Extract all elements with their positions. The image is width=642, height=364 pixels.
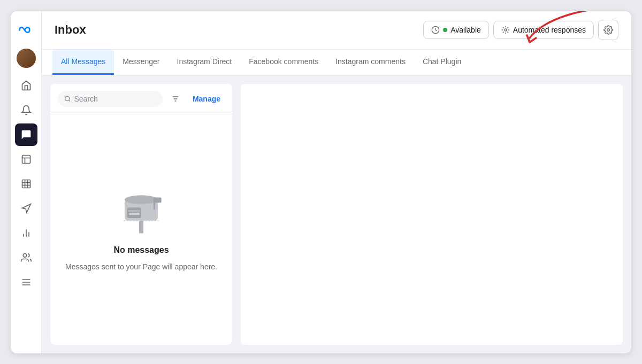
empty-subtitle: Messages sent to your Page will appear h… <box>65 261 217 273</box>
gear-icon <box>603 25 613 35</box>
available-button[interactable]: Available <box>423 21 489 39</box>
filter-icon <box>171 95 180 103</box>
available-dot <box>443 28 447 32</box>
sidebar-item-table[interactable] <box>15 173 37 195</box>
empty-title: No messages <box>113 245 169 255</box>
header: Inbox Available Automated responses <box>42 11 631 50</box>
available-label: Available <box>450 26 481 34</box>
tabs-bar: All Messages Messenger Instagram Direct … <box>42 50 631 75</box>
sidebar-item-inbox[interactable] <box>15 123 37 146</box>
tab-instagram-comments[interactable]: Instagram comments <box>327 50 414 75</box>
svg-rect-30 <box>128 210 140 211</box>
sidebar-item-megaphone[interactable] <box>15 197 37 220</box>
svg-point-19 <box>65 96 70 100</box>
automated-responses-label: Automated responses <box>513 26 586 34</box>
tab-chat-plugin[interactable]: Chat Plugin <box>414 50 470 75</box>
content-area: Manage <box>42 75 631 353</box>
search-input-wrapper[interactable] <box>58 91 163 107</box>
messages-panel: Manage <box>50 84 232 345</box>
automated-responses-button[interactable]: Automated responses <box>493 21 594 39</box>
mailbox-illustration <box>114 187 168 235</box>
sidebar-item-analytics[interactable] <box>15 222 37 244</box>
manage-button[interactable]: Manage <box>188 92 225 105</box>
svg-point-26 <box>125 195 158 204</box>
sidebar-item-notifications[interactable] <box>15 99 37 121</box>
search-icon <box>64 95 71 103</box>
tab-messenger[interactable]: Messenger <box>114 50 168 75</box>
automated-icon <box>501 26 510 34</box>
sidebar-item-menu[interactable] <box>15 271 37 293</box>
tab-facebook-comments[interactable]: Facebook comments <box>240 50 327 75</box>
sidebar-item-people[interactable] <box>15 246 37 269</box>
meta-logo <box>16 20 36 40</box>
settings-button[interactable] <box>598 20 618 40</box>
header-actions: Available Automated responses <box>423 20 618 40</box>
tab-all-messages[interactable]: All Messages <box>52 50 114 75</box>
svg-point-12 <box>23 253 27 257</box>
svg-point-17 <box>505 29 507 31</box>
sidebar-item-home[interactable] <box>15 74 37 97</box>
svg-point-0 <box>18 29 20 30</box>
main-content: Inbox Available Automated responses <box>42 11 631 353</box>
search-bar: Manage <box>50 84 232 114</box>
svg-rect-4 <box>22 180 30 188</box>
svg-rect-1 <box>22 155 30 163</box>
clock-icon <box>431 26 440 34</box>
svg-rect-29 <box>154 197 162 203</box>
user-avatar[interactable] <box>17 49 36 68</box>
sidebar-item-content[interactable] <box>15 148 37 171</box>
tab-instagram-direct[interactable]: Instagram Direct <box>169 50 241 75</box>
svg-rect-31 <box>129 213 140 215</box>
page-title: Inbox <box>55 23 86 37</box>
sidebar <box>11 11 42 353</box>
svg-point-18 <box>607 29 610 32</box>
svg-line-20 <box>69 100 70 101</box>
right-panel <box>241 84 623 345</box>
empty-state: No messages Messages sent to your Page w… <box>50 114 232 345</box>
filter-button[interactable] <box>167 90 184 107</box>
search-input[interactable] <box>74 95 156 103</box>
